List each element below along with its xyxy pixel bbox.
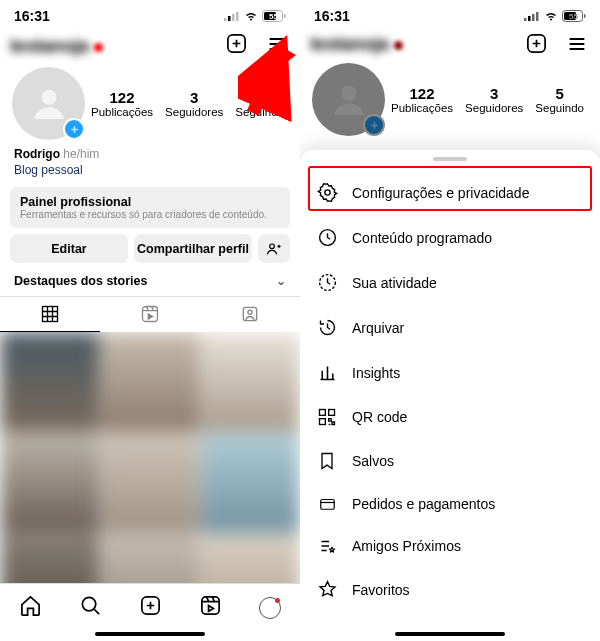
- avatar[interactable]: [12, 67, 85, 140]
- stats-row: 122Publicações 3Seguidores 5Seguindo: [0, 59, 300, 144]
- archive-icon: [316, 317, 338, 338]
- activity-icon: [316, 272, 338, 293]
- menu-item-close-friends[interactable]: Amigos Próximos: [300, 525, 600, 567]
- settings-sheet: Configurações e privacidade Conteúdo pro…: [300, 150, 600, 641]
- bookmark-icon: [316, 451, 338, 471]
- menu-item-scheduled[interactable]: Conteúdo programado: [300, 215, 600, 260]
- edit-profile-button[interactable]: Editar: [10, 234, 128, 263]
- add-story-icon[interactable]: [63, 118, 85, 140]
- svg-rect-34: [320, 500, 334, 510]
- svg-rect-1: [228, 16, 231, 21]
- tab-reels[interactable]: [100, 297, 200, 332]
- wifi-icon: [243, 11, 259, 22]
- menu-label: Pedidos e pagamentos: [352, 496, 495, 512]
- nav-profile[interactable]: [259, 597, 281, 619]
- screenshot-profile: 16:31 55 testanoja 122Publicações 3Segui…: [0, 0, 300, 641]
- svg-rect-26: [528, 35, 545, 52]
- clock-icon: [316, 227, 338, 248]
- cellular-icon: [524, 11, 540, 21]
- menu-item-insights[interactable]: Insights: [300, 350, 600, 395]
- battery-icon: 55: [562, 10, 586, 22]
- menu-item-saved[interactable]: Salvos: [300, 439, 600, 483]
- svg-text:55: 55: [269, 12, 278, 21]
- menu-item-activity[interactable]: Sua atividade: [300, 260, 600, 305]
- svg-rect-32: [329, 410, 335, 416]
- svg-rect-23: [564, 12, 576, 20]
- content-tabs: [0, 296, 300, 332]
- nav-search[interactable]: [79, 594, 102, 621]
- card-icon: [316, 495, 338, 513]
- svg-point-14: [248, 311, 252, 315]
- svg-rect-0: [224, 18, 227, 21]
- stat-following[interactable]: 5Seguindo: [235, 89, 284, 118]
- battery-icon: 55: [262, 10, 286, 22]
- posts-grid[interactable]: [0, 332, 300, 592]
- pro-title: Painel profissional: [20, 195, 280, 209]
- tab-tagged[interactable]: [200, 297, 300, 332]
- menu-label: Sua atividade: [352, 275, 437, 291]
- status-bar: 16:31 55: [0, 0, 300, 26]
- menu-label: Amigos Próximos: [352, 538, 461, 554]
- discover-people-button[interactable]: [258, 234, 290, 263]
- list-star-icon: [316, 537, 338, 555]
- chevron-down-icon: ⌄: [276, 274, 286, 288]
- svg-rect-33: [320, 419, 326, 425]
- menu-button[interactable]: [266, 34, 288, 58]
- svg-point-28: [324, 190, 329, 195]
- svg-rect-2: [232, 14, 235, 21]
- stat-posts[interactable]: 122Publicações: [91, 89, 153, 118]
- svg-rect-7: [284, 14, 286, 18]
- svg-rect-17: [202, 597, 219, 614]
- menu-label: Insights: [352, 365, 400, 381]
- status-icons: 55: [224, 10, 286, 22]
- new-post-button[interactable]: [225, 32, 248, 59]
- svg-rect-18: [524, 18, 527, 21]
- username-wrap[interactable]: testanoja: [10, 35, 103, 57]
- qrcode-icon: [316, 407, 338, 427]
- svg-text:55: 55: [569, 12, 578, 21]
- menu-label: Configurações e privacidade: [352, 185, 529, 201]
- svg-rect-21: [536, 12, 539, 21]
- sheet-grabber[interactable]: [433, 157, 467, 161]
- action-buttons: Editar Compartilhar perfil: [0, 228, 300, 263]
- svg-point-27: [341, 85, 356, 100]
- highlights-label: Destaques dos stories: [14, 274, 147, 288]
- menu-label: Favoritos: [352, 582, 410, 598]
- stat-followers[interactable]: 3Seguidores: [165, 89, 223, 118]
- notification-dot-icon: [94, 43, 103, 52]
- menu-label: Salvos: [352, 453, 394, 469]
- menu-item-qrcode[interactable]: QR code: [300, 395, 600, 439]
- svg-rect-11: [43, 307, 58, 322]
- svg-rect-3: [236, 12, 239, 21]
- menu-list: Configurações e privacidade Conteúdo pro…: [300, 167, 600, 615]
- svg-rect-25: [584, 14, 586, 18]
- menu-label: Conteúdo programado: [352, 230, 492, 246]
- gear-icon: [316, 182, 338, 203]
- svg-rect-12: [143, 307, 158, 322]
- nav-create[interactable]: [139, 594, 162, 621]
- menu-item-favorites[interactable]: Favoritos: [300, 567, 600, 612]
- share-profile-button[interactable]: Compartilhar perfil: [134, 234, 252, 263]
- nav-home[interactable]: [19, 594, 42, 621]
- nav-reels[interactable]: [199, 594, 222, 621]
- pronouns: he/him: [63, 147, 99, 161]
- bio-link[interactable]: Blog pessoal: [14, 162, 286, 178]
- svg-rect-31: [320, 410, 326, 416]
- svg-point-15: [82, 597, 95, 610]
- professional-dashboard[interactable]: Painel profissional Ferramentas e recurs…: [10, 187, 290, 228]
- menu-item-settings[interactable]: Configurações e privacidade: [300, 170, 600, 215]
- cellular-icon: [224, 11, 240, 21]
- home-indicator: [95, 632, 205, 636]
- status-time: 16:31: [314, 8, 350, 24]
- status-time: 16:31: [14, 8, 50, 24]
- screenshot-menu-sheet: 16:31 55 testanoja 122Publicações 3Segui…: [300, 0, 600, 641]
- menu-label: QR code: [352, 409, 407, 425]
- menu-item-orders[interactable]: Pedidos e pagamentos: [300, 483, 600, 525]
- tab-grid[interactable]: [0, 297, 100, 332]
- menu-item-archive[interactable]: Arquivar: [300, 305, 600, 350]
- svg-rect-20: [532, 14, 535, 21]
- pro-subtitle: Ferramentas e recursos só para criadores…: [20, 209, 280, 220]
- story-highlights-header[interactable]: Destaques dos stories ⌄: [0, 263, 300, 296]
- star-icon: [316, 579, 338, 600]
- profile-header: testanoja: [0, 26, 300, 59]
